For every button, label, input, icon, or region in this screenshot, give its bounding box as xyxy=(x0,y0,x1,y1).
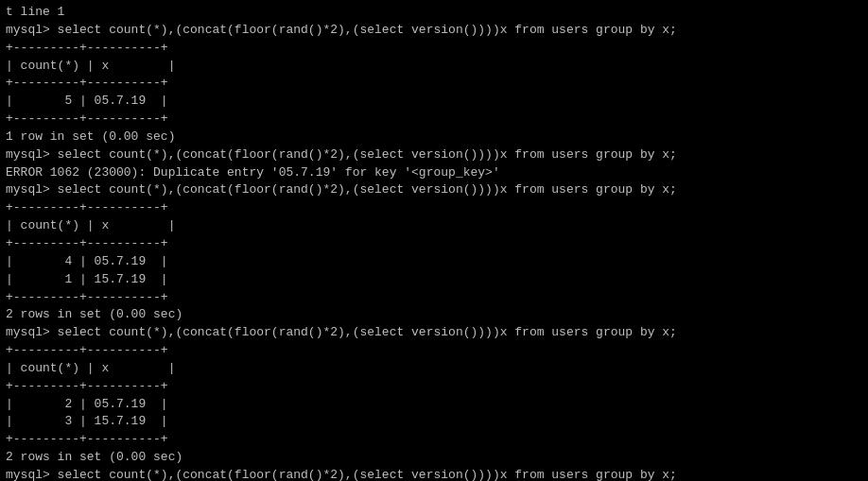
terminal-line: +---------+----------+ xyxy=(6,342,862,360)
terminal-line: t line 1 xyxy=(6,4,862,22)
terminal-line: +---------+----------+ xyxy=(6,199,862,217)
terminal-line: | 5 | 05.7.19 | xyxy=(6,93,862,111)
terminal: t line 1mysql> select count(*),(concat(f… xyxy=(6,4,862,481)
terminal-line: mysql> select count(*),(concat(floor(ran… xyxy=(6,181,862,199)
terminal-line: 1 row in set (0.00 sec) xyxy=(6,129,862,146)
terminal-line: 2 rows in set (0.00 sec) xyxy=(6,306,862,324)
terminal-line: +---------+----------+ xyxy=(6,378,862,396)
terminal-line: mysql> select count(*),(concat(floor(ran… xyxy=(6,22,862,40)
terminal-line: +---------+----------+ xyxy=(6,235,862,253)
terminal-line: | 3 | 15.7.19 | xyxy=(6,413,862,431)
terminal-line: +---------+----------+ xyxy=(6,431,862,449)
terminal-line: | 2 | 05.7.19 | xyxy=(6,396,862,414)
terminal-line: mysql> select count(*),(concat(floor(ran… xyxy=(6,146,862,164)
terminal-line: ERROR 1062 (23000): Duplicate entry '05.… xyxy=(6,164,862,182)
terminal-line: +---------+----------+ xyxy=(6,289,862,307)
terminal-line: mysql> select count(*),(concat(floor(ran… xyxy=(6,324,862,342)
terminal-line: | count(*) | x | xyxy=(6,360,862,378)
terminal-line: | count(*) | x | xyxy=(6,217,862,235)
terminal-line: | count(*) | x | xyxy=(6,58,862,76)
terminal-line: +---------+----------+ xyxy=(6,40,862,58)
terminal-line: | 4 | 05.7.19 | xyxy=(6,253,862,271)
terminal-line: 2 rows in set (0.00 sec) xyxy=(6,449,862,467)
terminal-line: +---------+----------+ xyxy=(6,75,862,93)
terminal-line: +---------+----------+ xyxy=(6,111,862,129)
terminal-line: | 1 | 15.7.19 | xyxy=(6,271,862,289)
terminal-line: mysql> select count(*),(concat(floor(ran… xyxy=(6,467,862,481)
